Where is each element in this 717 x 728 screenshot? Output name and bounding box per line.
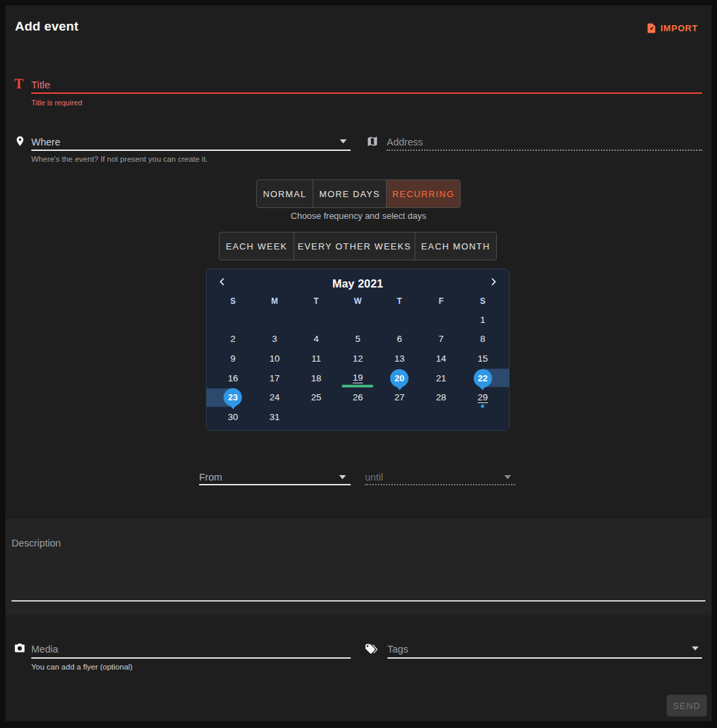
day-number: 14 xyxy=(436,353,447,364)
day-number: 31 xyxy=(269,412,279,422)
until-select[interactable]: until xyxy=(365,472,383,483)
import-button[interactable]: IMPORT xyxy=(644,21,700,35)
where-dropdown-caret-icon[interactable] xyxy=(340,139,347,143)
calendar-day[interactable]: 26 xyxy=(337,387,379,407)
day-number: 8 xyxy=(480,334,486,344)
map-icon xyxy=(366,135,379,150)
frequency-button-group: EACH WEEK EVERY OTHER WEEKS EACH MONTH xyxy=(219,232,497,260)
calendar-day[interactable]: 4 xyxy=(296,330,337,349)
calendar-week-row: 16171819202122 xyxy=(212,368,504,388)
selected-day-marker: 20 xyxy=(390,369,408,387)
calendar-week-row: 9101112131415 xyxy=(212,349,504,368)
frequency-every-other-weeks-button[interactable]: EVERY OTHER WEEKS xyxy=(294,232,415,260)
tags-select[interactable]: Tags xyxy=(387,644,408,655)
frequency-caption: Choose frequency and select days xyxy=(0,211,717,221)
calendar-day[interactable]: 10 xyxy=(253,349,295,368)
calendar-day[interactable]: 11 xyxy=(296,349,337,368)
calendar-day-empty xyxy=(379,310,420,330)
day-number: 28 xyxy=(436,392,447,402)
calendar-day[interactable]: 18 xyxy=(296,368,337,388)
day-number: 19 xyxy=(353,372,363,383)
calendar-weekday-label: W xyxy=(337,296,379,306)
calendar-day[interactable]: 17 xyxy=(253,368,295,388)
calendar-day[interactable]: 30 xyxy=(212,407,253,427)
send-button[interactable]: SEND xyxy=(667,695,707,716)
calendar-day[interactable]: 14 xyxy=(420,349,461,368)
calendar-day[interactable]: 6 xyxy=(379,330,420,349)
file-import-icon xyxy=(646,22,657,34)
from-dropdown-caret-icon[interactable] xyxy=(339,475,346,479)
calendar-week-row: 2345678 xyxy=(212,330,504,349)
calendar-day[interactable]: 5 xyxy=(337,330,379,349)
frequency-each-month-button[interactable]: EACH MONTH xyxy=(415,232,496,260)
calendar-prev-button[interactable] xyxy=(216,276,228,288)
where-helper-text: Where's the event? If not present you ca… xyxy=(31,155,208,163)
day-number: 25 xyxy=(311,392,321,402)
day-number: 26 xyxy=(353,392,363,402)
calendar-day-empty xyxy=(296,310,337,330)
event-type-tabs: NORMAL MORE DAYS RECURRING xyxy=(256,179,461,208)
tab-normal[interactable]: NORMAL xyxy=(257,180,313,207)
calendar-day[interactable]: 25 xyxy=(296,387,337,407)
calendar-day[interactable]: 28 xyxy=(420,387,461,407)
calendar-day[interactable]: 24 xyxy=(253,387,295,407)
calendar-day[interactable]: 29 xyxy=(462,387,504,407)
day-number: 24 xyxy=(269,392,279,402)
tab-recurring[interactable]: RECURRING xyxy=(386,180,460,207)
calendar-day[interactable]: 21 xyxy=(420,368,461,388)
calendar-day[interactable]: 15 xyxy=(462,349,504,368)
calendar-weekday-label: F xyxy=(420,296,461,306)
title-input[interactable]: Title xyxy=(31,79,50,90)
tab-more-days[interactable]: MORE DAYS xyxy=(313,180,386,207)
media-input[interactable]: Media xyxy=(31,644,58,655)
calendar-day[interactable]: 1 xyxy=(462,310,504,330)
calendar-day[interactable]: 9 xyxy=(212,349,253,368)
calendar-day[interactable]: 20 xyxy=(379,368,420,388)
day-number: 21 xyxy=(436,373,447,383)
until-underline xyxy=(365,484,515,485)
calendar-weekday-label: T xyxy=(379,296,420,306)
description-input[interactable] xyxy=(12,523,705,598)
calendar-day-empty xyxy=(420,407,461,427)
location-pin-icon xyxy=(14,134,26,151)
calendar-day[interactable]: 12 xyxy=(337,349,379,368)
from-select[interactable]: From xyxy=(199,472,222,483)
title-error-message: Title is required xyxy=(31,99,82,107)
calendar-day[interactable]: 31 xyxy=(253,407,295,427)
tags-dropdown-caret-icon[interactable] xyxy=(692,646,699,651)
calendar-day[interactable]: 2 xyxy=(212,330,253,349)
calendar-day-empty xyxy=(337,407,379,427)
selected-day-marker: 23 xyxy=(224,388,242,406)
calendar-day[interactable]: 16 xyxy=(212,368,253,388)
frequency-each-week-button[interactable]: EACH WEEK xyxy=(220,232,294,260)
where-select[interactable]: Where xyxy=(31,137,60,148)
calendar-day[interactable]: 27 xyxy=(379,387,420,407)
calendar-weekday-label: S xyxy=(462,296,504,306)
day-number: 16 xyxy=(228,373,238,383)
day-number: 2 xyxy=(230,334,236,344)
calendar-next-button[interactable] xyxy=(488,276,500,288)
day-number: 7 xyxy=(438,334,444,344)
calendar-day[interactable]: 13 xyxy=(379,349,420,368)
day-number: 6 xyxy=(397,334,402,344)
calendar-day[interactable]: 3 xyxy=(253,330,295,349)
calendar-day[interactable]: 22 xyxy=(462,368,504,388)
title-icon: T xyxy=(14,76,23,92)
media-helper-text: You can add a flyer (optional) xyxy=(31,663,133,671)
address-input[interactable]: Address xyxy=(387,137,423,148)
title-underline xyxy=(31,92,702,94)
calendar-day[interactable]: 19 xyxy=(337,368,379,388)
calendar-weekdays: SMTWTFS xyxy=(207,296,509,306)
import-button-label: IMPORT xyxy=(661,23,698,33)
where-underline xyxy=(31,150,351,151)
calendar-day[interactable]: 23 xyxy=(212,387,253,407)
day-number: 10 xyxy=(269,353,279,364)
calendar-day[interactable]: 8 xyxy=(462,330,504,349)
calendar-week-row: 23242526272829 xyxy=(212,387,504,407)
calendar-day-empty xyxy=(253,310,295,330)
calendar-day-empty xyxy=(462,407,504,427)
calendar-day[interactable]: 7 xyxy=(420,330,461,349)
selected-day-marker: 22 xyxy=(474,369,492,387)
calendar-day-empty xyxy=(420,310,461,330)
calendar: May 2021 SMTWTFS 12345678910111213141516… xyxy=(206,268,510,431)
